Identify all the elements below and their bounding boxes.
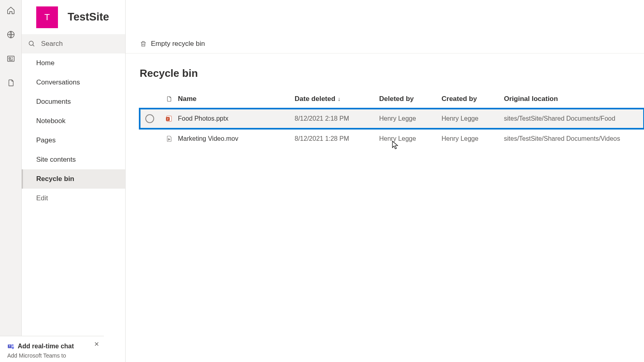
deleted-by: Henry Legge <box>379 135 442 142</box>
site-logo[interactable]: T <box>36 6 58 28</box>
date-deleted: 8/12/2021 2:18 PM <box>295 115 379 122</box>
deleted-by: Henry Legge <box>379 115 442 122</box>
app-rail <box>0 0 22 362</box>
search-placeholder: Search <box>41 40 63 48</box>
command-bar: Empty recycle bin <box>126 34 644 53</box>
column-deleted-by[interactable]: Deleted by <box>379 95 442 103</box>
file-type-icon <box>160 134 178 143</box>
file-name: Food Photos.pptx <box>178 115 295 122</box>
created-by: Henry Legge <box>442 115 504 122</box>
column-date-deleted[interactable]: Date deleted↓ <box>295 95 379 103</box>
nav-home[interactable]: Home <box>22 53 125 73</box>
svg-point-5 <box>12 344 14 346</box>
table-row[interactable]: P Food Photos.pptx 8/12/2021 2:18 PM Hen… <box>140 109 644 129</box>
site-title: TestSite <box>68 11 109 23</box>
trash-icon <box>140 40 147 48</box>
left-panel: T TestSite Search Home Conversations Doc… <box>22 0 126 362</box>
nav-site-contents[interactable]: Site contents <box>22 150 125 169</box>
video-icon <box>165 134 173 143</box>
original-location: sites/TestSite/Shared Documents/Videos <box>504 135 644 142</box>
column-name[interactable]: Name <box>178 95 295 103</box>
nav-conversations[interactable]: Conversations <box>22 73 125 92</box>
table-header: Name Date deleted↓ Deleted by Created by… <box>140 89 644 109</box>
file-name: Marketing Video.mov <box>178 135 295 142</box>
row-select[interactable] <box>140 114 160 123</box>
document-icon <box>166 95 172 103</box>
teams-callout-subtitle: Add Microsoft Teams to <box>7 352 97 359</box>
empty-recycle-bin-button[interactable]: Empty recycle bin <box>140 40 205 48</box>
svg-rect-1 <box>7 56 14 62</box>
created-by: Henry Legge <box>442 135 504 142</box>
search-icon <box>28 40 35 47</box>
page-title: Recycle bin <box>126 53 644 89</box>
teams-callout-title: T Add real-time chat <box>7 343 97 350</box>
teams-callout: × T Add real-time chat Add Microsoft Tea… <box>0 336 104 362</box>
sort-descending-icon: ↓ <box>338 96 341 102</box>
teams-icon: T <box>7 343 14 350</box>
nav-documents[interactable]: Documents <box>22 92 125 111</box>
date-deleted: 8/12/2021 1:28 PM <box>295 135 379 142</box>
main-content: Empty recycle bin Recycle bin Name Date … <box>126 0 644 362</box>
column-type-icon[interactable] <box>160 95 178 103</box>
search-input[interactable]: Search <box>22 34 125 53</box>
recycle-bin-table: Name Date deleted↓ Deleted by Created by… <box>126 89 644 149</box>
svg-text:P: P <box>167 118 168 120</box>
column-original-location[interactable]: Original location <box>504 95 644 103</box>
nav-edit[interactable]: Edit <box>22 189 125 208</box>
site-nav: Home Conversations Documents Notebook Pa… <box>22 53 125 208</box>
nav-notebook[interactable]: Notebook <box>22 111 125 131</box>
globe-icon[interactable] <box>6 30 16 39</box>
site-header: T TestSite <box>22 0 125 34</box>
pptx-icon: P <box>165 114 173 123</box>
nav-pages[interactable]: Pages <box>22 131 125 150</box>
table-row[interactable]: Marketing Video.mov 8/12/2021 1:28 PM He… <box>140 129 644 149</box>
file-type-icon: P <box>160 114 178 123</box>
home-icon[interactable] <box>6 6 16 15</box>
nav-recycle-bin[interactable]: Recycle bin <box>22 169 125 189</box>
original-location: sites/TestSite/Shared Documents/Food <box>504 115 644 122</box>
files-icon[interactable] <box>6 78 16 88</box>
empty-recycle-bin-label: Empty recycle bin <box>151 40 205 48</box>
column-created-by[interactable]: Created by <box>442 95 504 103</box>
news-icon[interactable] <box>6 54 16 64</box>
svg-point-2 <box>29 41 33 45</box>
close-icon[interactable]: × <box>94 339 99 349</box>
